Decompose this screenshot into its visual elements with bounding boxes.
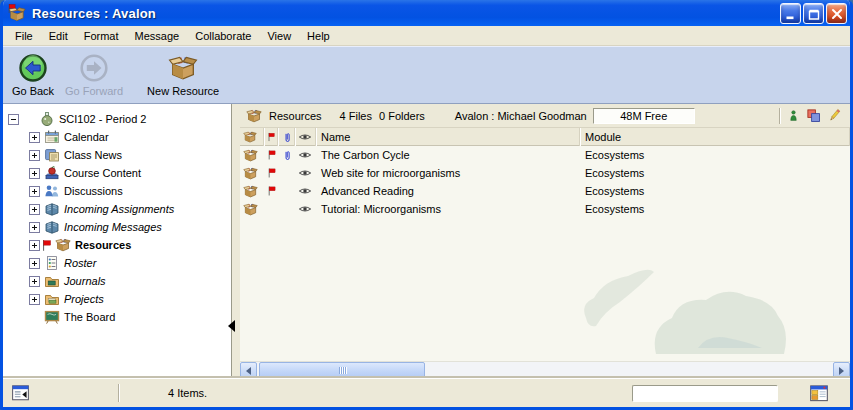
- go-back-label: Go Back: [12, 85, 54, 97]
- table-row[interactable]: Tutorial: Microorganisms Ecosystems: [240, 200, 850, 218]
- expand-expander-icon[interactable]: [29, 150, 40, 161]
- expand-expander-icon[interactable]: [29, 168, 40, 179]
- table-row[interactable]: The Carbon Cycle Ecosystems: [240, 146, 850, 164]
- status-bar: 4 Items.: [3, 378, 850, 407]
- window-title: Resources : Avalon: [32, 6, 780, 21]
- eye-icon: [295, 184, 316, 198]
- resources-panel: Resources 4 Files 0 Folders Avalon : Mic…: [240, 104, 850, 378]
- scroll-left-button[interactable]: [240, 362, 257, 378]
- tree-item-sci102-period-2[interactable]: SCI102 - Period 2: [3, 110, 231, 128]
- expand-expander-icon[interactable]: [29, 132, 40, 143]
- table-row[interactable]: Advanced Reading Ecosystems: [240, 182, 850, 200]
- item-module: Ecosystems: [580, 185, 850, 197]
- item-module: Ecosystems: [580, 167, 850, 179]
- member-icon[interactable]: [787, 108, 800, 123]
- tree-item-class-news[interactable]: Class News: [3, 146, 231, 164]
- edit-pencil-icon[interactable]: [827, 108, 842, 123]
- expand-expander-icon[interactable]: [29, 294, 40, 305]
- course-content-icon: [44, 165, 60, 181]
- maximize-button[interactable]: [803, 3, 824, 24]
- tree-item-journals[interactable]: Journals: [3, 272, 231, 290]
- column-flag-icon[interactable]: [264, 128, 278, 146]
- account-label: Avalon : Michael Goodman: [455, 110, 587, 122]
- folder-tree-panel: SCI102 - Period 2 Calendar Class News Co…: [3, 104, 232, 378]
- folders-count: 0 Folders: [379, 110, 425, 122]
- incoming-assignments-icon: [44, 201, 60, 217]
- items-count: 4 Items.: [168, 387, 207, 399]
- menu-format[interactable]: Format: [76, 28, 127, 44]
- eye-icon: [295, 148, 316, 162]
- journals-folder-icon: [44, 273, 60, 289]
- expand-expander-icon[interactable]: [29, 204, 40, 215]
- scrollbar-track[interactable]: [257, 362, 833, 378]
- tree-item-incoming-assignments[interactable]: Incoming Assignments: [3, 200, 231, 218]
- table-header: Name Module: [240, 128, 850, 146]
- title-bar[interactable]: Resources : Avalon: [0, 0, 853, 29]
- tree-item-incoming-messages[interactable]: Incoming Messages: [3, 218, 231, 236]
- menu-help[interactable]: Help: [299, 28, 338, 44]
- panel-splitter[interactable]: [233, 104, 240, 378]
- column-name[interactable]: Name: [316, 128, 580, 146]
- open-box-icon: [240, 184, 264, 199]
- expand-expander-icon[interactable]: [29, 276, 40, 287]
- open-box-icon: [240, 166, 264, 181]
- free-space-label: 48M Free: [620, 110, 667, 122]
- tree-item-discussions[interactable]: Discussions: [3, 182, 231, 200]
- column-item-icon[interactable]: [240, 128, 264, 146]
- tree-item-resources[interactable]: Resources: [3, 236, 231, 254]
- tree-item-roster[interactable]: Roster: [3, 254, 231, 272]
- go-forward-label: Go Forward: [65, 85, 123, 97]
- menu-edit[interactable]: Edit: [41, 28, 76, 44]
- go-forward-icon: [79, 52, 109, 83]
- table-row[interactable]: Web site for microorganisms Ecosystems: [240, 164, 850, 182]
- column-eye-icon[interactable]: [295, 128, 316, 146]
- item-name[interactable]: The Carbon Cycle: [316, 149, 580, 161]
- menu-message[interactable]: Message: [127, 28, 188, 44]
- menu-view[interactable]: View: [259, 28, 299, 44]
- item-name[interactable]: Tutorial: Microorganisms: [316, 203, 580, 215]
- flask-icon: [39, 111, 55, 127]
- expand-expander-icon[interactable]: [29, 186, 40, 197]
- column-paperclip-icon[interactable]: [278, 128, 295, 146]
- flag-icon: [264, 149, 278, 161]
- free-space-gauge: 48M Free: [593, 108, 695, 124]
- tree-item-the-board[interactable]: The Board: [3, 308, 231, 326]
- menu-bar: File Edit Format Message Collaborate Vie…: [3, 26, 850, 46]
- scroll-right-button[interactable]: [833, 362, 850, 378]
- item-name[interactable]: Web site for microorganisms: [316, 167, 580, 179]
- go-forward-button[interactable]: Go Forward: [65, 52, 123, 97]
- new-resource-button[interactable]: New Resource: [147, 52, 219, 97]
- main-area: SCI102 - Period 2 Calendar Class News Co…: [3, 104, 850, 378]
- expand-expander-icon[interactable]: [29, 240, 40, 251]
- layers-icon[interactable]: [806, 108, 821, 123]
- item-module: Ecosystems: [580, 203, 850, 215]
- go-back-button[interactable]: Go Back: [11, 52, 55, 97]
- menu-collaborate[interactable]: Collaborate: [187, 28, 259, 44]
- tree-item-projects[interactable]: Projects: [3, 290, 231, 308]
- horizontal-scrollbar[interactable]: [240, 361, 850, 378]
- expand-expander-icon[interactable]: [29, 258, 40, 269]
- roster-icon: [44, 255, 60, 271]
- item-name[interactable]: Advanced Reading: [316, 185, 580, 197]
- incoming-messages-icon: [44, 219, 60, 235]
- class-news-icon: [44, 147, 60, 163]
- scrollbar-thumb[interactable]: [259, 362, 425, 378]
- expand-expander-icon[interactable]: [29, 222, 40, 233]
- menu-file[interactable]: File: [7, 28, 41, 44]
- toggle-list-pane-icon[interactable]: [11, 384, 30, 402]
- discussions-icon: [44, 183, 60, 199]
- projects-folder-icon: [44, 291, 60, 307]
- new-resource-label: New Resource: [147, 85, 219, 97]
- column-module[interactable]: Module: [580, 128, 850, 146]
- collapse-panel-arrow-icon[interactable]: [228, 320, 235, 332]
- panel-title: Resources: [269, 110, 322, 122]
- tree-item-course-content[interactable]: Course Content: [3, 164, 231, 182]
- collapse-expander-icon[interactable]: [8, 114, 19, 125]
- tree-item-calendar[interactable]: Calendar: [3, 128, 231, 146]
- toolbar: Go Back Go Forward New Resource: [3, 46, 850, 104]
- close-button[interactable]: [826, 3, 847, 24]
- toggle-panel-view-icon[interactable]: [809, 384, 829, 403]
- open-box-icon: [55, 237, 71, 253]
- minimize-button[interactable]: [780, 3, 801, 24]
- calendar-icon: [44, 129, 60, 145]
